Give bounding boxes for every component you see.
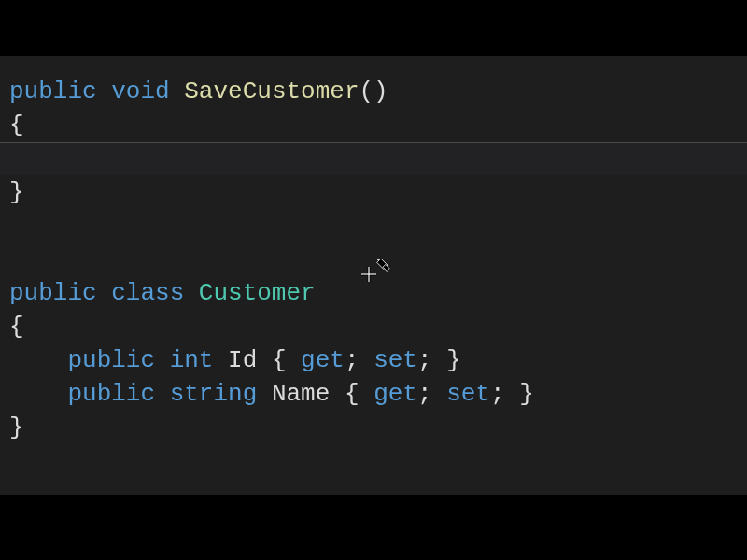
code-line[interactable]: { <box>9 310 747 343</box>
space <box>155 346 170 374</box>
brace: { <box>257 346 301 374</box>
code-line[interactable]: } <box>9 411 747 444</box>
code-line[interactable]: public void SaveCustomer() <box>9 75 747 108</box>
semicolon: ; <box>417 380 446 408</box>
semicolon: ; <box>345 346 374 374</box>
space <box>97 279 112 307</box>
brace: ; } <box>417 346 461 374</box>
keyword: set <box>446 380 490 408</box>
parentheses: () <box>359 77 388 105</box>
identifier: Name <box>272 380 330 408</box>
keyword: public <box>9 77 97 105</box>
space <box>97 77 112 105</box>
code-line[interactable]: public string Name { get; set; } <box>9 377 747 411</box>
method-name: SaveCustomer <box>184 77 359 105</box>
keyword: get <box>301 346 345 374</box>
brace: } <box>9 413 24 441</box>
code-line[interactable] <box>9 142 747 175</box>
indent <box>9 346 67 374</box>
code-line[interactable]: { <box>9 108 747 142</box>
space <box>213 346 228 374</box>
keyword: string <box>170 380 258 408</box>
brace: ; } <box>490 380 534 408</box>
identifier: Id <box>228 346 257 374</box>
whitespace <box>9 145 67 173</box>
brace: { <box>9 111 24 139</box>
brace: } <box>9 178 24 206</box>
keyword: int <box>170 346 214 374</box>
keyword: public <box>67 380 155 408</box>
code-line[interactable] <box>9 209 747 243</box>
space <box>170 77 185 105</box>
code-editor[interactable]: public void SaveCustomer() { } public cl… <box>0 56 747 495</box>
code-line[interactable]: public int Id { get; set; } <box>9 343 747 377</box>
keyword: class <box>111 279 184 307</box>
keyword: void <box>111 77 169 105</box>
brace: { <box>9 313 24 341</box>
keyword: set <box>374 346 417 374</box>
type-name: Customer <box>199 279 316 307</box>
brace: { <box>330 380 374 408</box>
space <box>257 380 272 408</box>
keyword: get <box>374 380 417 408</box>
code-line[interactable] <box>9 243 747 276</box>
code-line[interactable]: public class Customer <box>9 276 747 310</box>
keyword: public <box>67 346 155 374</box>
space <box>155 380 170 408</box>
code-line[interactable]: } <box>9 175 747 209</box>
keyword: public <box>9 279 97 307</box>
indent <box>9 380 67 408</box>
space <box>184 279 199 307</box>
